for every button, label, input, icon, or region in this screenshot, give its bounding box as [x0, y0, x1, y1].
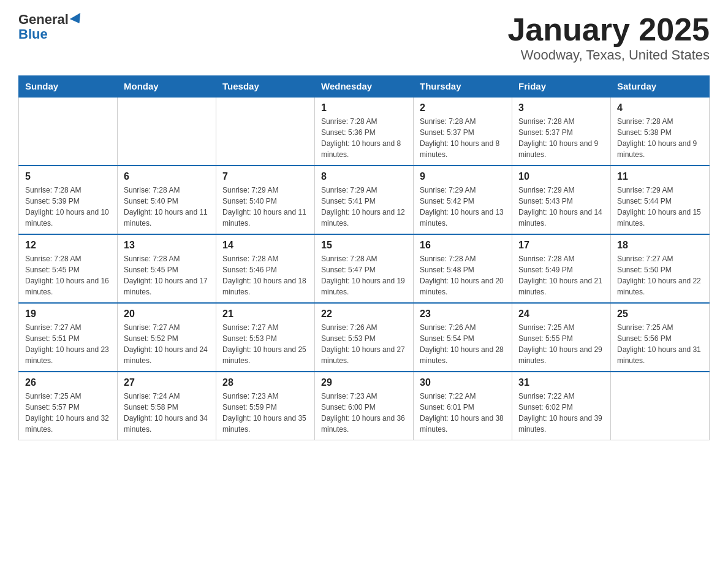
- day-number: 6: [124, 171, 210, 182]
- logo-general-text: General: [18, 12, 69, 27]
- calendar-cell-w3-d2: 13Sunrise: 7:28 AMSunset: 5:45 PMDayligh…: [118, 234, 216, 303]
- calendar-cell-w2-d7: 11Sunrise: 7:29 AMSunset: 5:44 PMDayligh…: [611, 166, 710, 234]
- day-number: 16: [420, 240, 506, 251]
- day-number: 7: [222, 171, 308, 182]
- day-number: 29: [321, 377, 407, 388]
- calendar-cell-w1-d6: 3Sunrise: 7:28 AMSunset: 5:37 PMDaylight…: [512, 97, 611, 166]
- day-number: 4: [617, 102, 703, 113]
- calendar-cell-w2-d3: 7Sunrise: 7:29 AMSunset: 5:40 PMDaylight…: [216, 166, 315, 234]
- day-info: Sunrise: 7:22 AMSunset: 6:01 PMDaylight:…: [420, 391, 506, 435]
- day-info: Sunrise: 7:28 AMSunset: 5:40 PMDaylight:…: [124, 185, 210, 229]
- day-info: Sunrise: 7:28 AMSunset: 5:49 PMDaylight:…: [518, 253, 604, 297]
- day-number: 5: [25, 171, 111, 182]
- week-row-1: 1Sunrise: 7:28 AMSunset: 5:36 PMDaylight…: [19, 97, 710, 166]
- page-header: General Blue January 2025 Woodway, Texas…: [18, 12, 710, 63]
- calendar-cell-w5-d4: 29Sunrise: 7:23 AMSunset: 6:00 PMDayligh…: [315, 372, 414, 440]
- week-row-5: 26Sunrise: 7:25 AMSunset: 5:57 PMDayligh…: [19, 372, 710, 440]
- calendar-cell-w3-d4: 15Sunrise: 7:28 AMSunset: 5:47 PMDayligh…: [315, 234, 414, 303]
- day-number: 20: [124, 308, 210, 320]
- day-info: Sunrise: 7:26 AMSunset: 5:54 PMDaylight:…: [420, 322, 506, 366]
- calendar-cell-w4-d3: 21Sunrise: 7:27 AMSunset: 5:53 PMDayligh…: [216, 303, 315, 372]
- logo: General Blue: [18, 12, 83, 42]
- calendar-cell-w1-d1: [19, 97, 118, 166]
- day-info: Sunrise: 7:29 AMSunset: 5:41 PMDaylight:…: [321, 185, 407, 229]
- day-number: 25: [617, 308, 703, 320]
- day-number: 19: [25, 308, 111, 320]
- day-info: Sunrise: 7:29 AMSunset: 5:43 PMDaylight:…: [518, 185, 604, 229]
- week-row-2: 5Sunrise: 7:28 AMSunset: 5:39 PMDaylight…: [19, 166, 710, 234]
- week-row-4: 19Sunrise: 7:27 AMSunset: 5:51 PMDayligh…: [19, 303, 710, 372]
- week-row-3: 12Sunrise: 7:28 AMSunset: 5:45 PMDayligh…: [19, 234, 710, 303]
- header-friday: Friday: [512, 76, 611, 98]
- calendar-cell-w4-d2: 20Sunrise: 7:27 AMSunset: 5:52 PMDayligh…: [118, 303, 216, 372]
- day-info: Sunrise: 7:25 AMSunset: 5:55 PMDaylight:…: [518, 322, 604, 366]
- calendar-cell-w2-d6: 10Sunrise: 7:29 AMSunset: 5:43 PMDayligh…: [512, 166, 611, 234]
- calendar-cell-w1-d4: 1Sunrise: 7:28 AMSunset: 5:36 PMDaylight…: [315, 97, 414, 166]
- title-section: January 2025 Woodway, Texas, United Stat…: [507, 12, 710, 63]
- day-number: 15: [321, 240, 407, 251]
- day-number: 9: [420, 171, 506, 182]
- day-info: Sunrise: 7:28 AMSunset: 5:38 PMDaylight:…: [617, 116, 703, 160]
- day-info: Sunrise: 7:28 AMSunset: 5:37 PMDaylight:…: [518, 116, 604, 160]
- header-tuesday: Tuesday: [216, 76, 315, 98]
- calendar-cell-w3-d7: 18Sunrise: 7:27 AMSunset: 5:50 PMDayligh…: [611, 234, 710, 303]
- day-info: Sunrise: 7:28 AMSunset: 5:36 PMDaylight:…: [321, 116, 407, 160]
- day-number: 3: [518, 102, 604, 113]
- day-number: 2: [420, 102, 506, 113]
- calendar-cell-w3-d1: 12Sunrise: 7:28 AMSunset: 5:45 PMDayligh…: [19, 234, 118, 303]
- calendar-header: Sunday Monday Tuesday Wednesday Thursday…: [19, 76, 710, 98]
- calendar-cell-w4-d4: 22Sunrise: 7:26 AMSunset: 5:53 PMDayligh…: [315, 303, 414, 372]
- calendar-body: 1Sunrise: 7:28 AMSunset: 5:36 PMDaylight…: [19, 97, 710, 440]
- calendar-cell-w5-d1: 26Sunrise: 7:25 AMSunset: 5:57 PMDayligh…: [19, 372, 118, 440]
- calendar-cell-w5-d5: 30Sunrise: 7:22 AMSunset: 6:01 PMDayligh…: [414, 372, 512, 440]
- day-info: Sunrise: 7:22 AMSunset: 6:02 PMDaylight:…: [518, 391, 604, 435]
- day-info: Sunrise: 7:27 AMSunset: 5:50 PMDaylight:…: [617, 253, 703, 297]
- day-info: Sunrise: 7:28 AMSunset: 5:48 PMDaylight:…: [420, 253, 506, 297]
- day-number: 24: [518, 308, 604, 320]
- day-info: Sunrise: 7:28 AMSunset: 5:37 PMDaylight:…: [420, 116, 506, 160]
- day-info: Sunrise: 7:29 AMSunset: 5:40 PMDaylight:…: [222, 185, 308, 229]
- day-number: 21: [222, 308, 308, 320]
- day-number: 11: [617, 171, 703, 182]
- day-number: 13: [124, 240, 210, 251]
- header-thursday: Thursday: [414, 76, 512, 98]
- day-number: 18: [617, 240, 703, 251]
- day-number: 8: [321, 171, 407, 182]
- calendar-cell-w4-d5: 23Sunrise: 7:26 AMSunset: 5:54 PMDayligh…: [414, 303, 512, 372]
- day-info: Sunrise: 7:29 AMSunset: 5:44 PMDaylight:…: [617, 185, 703, 229]
- day-info: Sunrise: 7:28 AMSunset: 5:45 PMDaylight:…: [124, 253, 210, 297]
- day-info: Sunrise: 7:29 AMSunset: 5:42 PMDaylight:…: [420, 185, 506, 229]
- calendar-cell-w2-d1: 5Sunrise: 7:28 AMSunset: 5:39 PMDaylight…: [19, 166, 118, 234]
- day-number: 30: [420, 377, 506, 388]
- calendar-cell-w1-d7: 4Sunrise: 7:28 AMSunset: 5:38 PMDaylight…: [611, 97, 710, 166]
- calendar-cell-w3-d6: 17Sunrise: 7:28 AMSunset: 5:49 PMDayligh…: [512, 234, 611, 303]
- header-monday: Monday: [118, 76, 216, 98]
- calendar-cell-w3-d3: 14Sunrise: 7:28 AMSunset: 5:46 PMDayligh…: [216, 234, 315, 303]
- day-info: Sunrise: 7:25 AMSunset: 5:56 PMDaylight:…: [617, 322, 703, 366]
- calendar-cell-w4-d7: 25Sunrise: 7:25 AMSunset: 5:56 PMDayligh…: [611, 303, 710, 372]
- day-number: 10: [518, 171, 604, 182]
- day-number: 23: [420, 308, 506, 320]
- day-info: Sunrise: 7:28 AMSunset: 5:45 PMDaylight:…: [25, 253, 111, 297]
- day-number: 12: [25, 240, 111, 251]
- calendar-cell-w4-d6: 24Sunrise: 7:25 AMSunset: 5:55 PMDayligh…: [512, 303, 611, 372]
- day-number: 31: [518, 377, 604, 388]
- calendar-cell-w3-d5: 16Sunrise: 7:28 AMSunset: 5:48 PMDayligh…: [414, 234, 512, 303]
- calendar-cell-w1-d3: [216, 97, 315, 166]
- calendar-cell-w1-d5: 2Sunrise: 7:28 AMSunset: 5:37 PMDaylight…: [414, 97, 512, 166]
- header-saturday: Saturday: [611, 76, 710, 98]
- day-info: Sunrise: 7:27 AMSunset: 5:52 PMDaylight:…: [124, 322, 210, 366]
- day-number: 26: [25, 377, 111, 388]
- page-subtitle: Woodway, Texas, United States: [507, 47, 710, 63]
- day-info: Sunrise: 7:23 AMSunset: 6:00 PMDaylight:…: [321, 391, 407, 435]
- day-number: 1: [321, 102, 407, 113]
- calendar-table: Sunday Monday Tuesday Wednesday Thursday…: [18, 75, 710, 440]
- day-info: Sunrise: 7:27 AMSunset: 5:53 PMDaylight:…: [222, 322, 308, 366]
- day-info: Sunrise: 7:28 AMSunset: 5:46 PMDaylight:…: [222, 253, 308, 297]
- calendar-cell-w2-d4: 8Sunrise: 7:29 AMSunset: 5:41 PMDaylight…: [315, 166, 414, 234]
- day-number: 22: [321, 308, 407, 320]
- day-number: 17: [518, 240, 604, 251]
- header-wednesday: Wednesday: [315, 76, 414, 98]
- calendar-cell-w1-d2: [118, 97, 216, 166]
- day-info: Sunrise: 7:27 AMSunset: 5:51 PMDaylight:…: [25, 322, 111, 366]
